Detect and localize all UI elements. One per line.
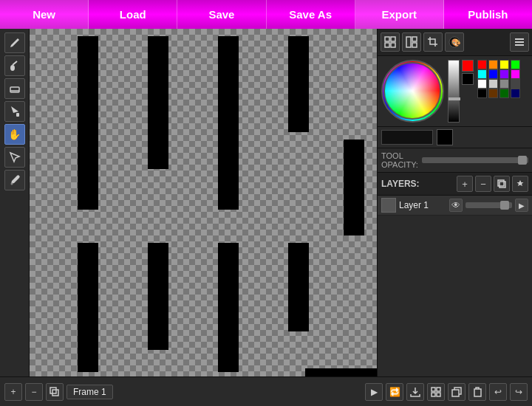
canvas-rect-0 (78, 36, 98, 210)
layer-play-btn[interactable]: ▶ (515, 199, 528, 212)
svg-rect-2 (10, 87, 19, 92)
loop-btn[interactable]: 🔁 (386, 383, 403, 401)
svg-rect-10 (406, 37, 411, 47)
settings-btn[interactable] (427, 383, 445, 401)
menu-bar: New Load Save Save As Export Publish (0, 0, 532, 29)
eyedropper-tool-btn[interactable] (4, 170, 25, 190)
right-panel: 🎨 (377, 29, 532, 376)
main-area: ✋ 🎨 (0, 29, 532, 376)
undo-btn[interactable]: ↩ (489, 383, 507, 401)
duplicate-layer-btn[interactable] (494, 176, 510, 192)
select-tool-btn[interactable] (4, 147, 25, 168)
color-swatch[interactable] (499, 69, 509, 79)
svg-rect-18 (515, 41, 524, 43)
color-swatch[interactable] (499, 89, 509, 98)
layer-name: Layer 1 (399, 200, 446, 210)
svg-rect-8 (385, 43, 389, 47)
color-swatch[interactable] (477, 89, 487, 98)
color-swatch[interactable] (511, 89, 520, 98)
active-background-color[interactable] (462, 73, 474, 85)
canvas-rect-5 (78, 243, 98, 372)
layers-header: LAYERS: + − (378, 173, 532, 196)
svg-text:🎨: 🎨 (451, 38, 460, 47)
svg-point-5 (10, 183, 13, 185)
eye-icon: 👁 (451, 200, 460, 210)
color-section (378, 56, 532, 127)
crop-icon-btn[interactable] (423, 32, 443, 52)
color-swatch[interactable] (511, 60, 520, 69)
menu-load[interactable]: Load (89, 0, 177, 29)
svg-rect-17 (515, 38, 524, 40)
paste-btn[interactable] (468, 383, 486, 401)
canvas-rect-3 (288, 36, 309, 132)
canvas-rect-1 (148, 36, 168, 169)
layers-section: LAYERS: + − Layer 1 👁 ▶ (378, 173, 532, 376)
svg-rect-26 (432, 393, 435, 396)
color-swatch[interactable] (511, 69, 520, 79)
bottom-bar: + − Frame 1 ▶ 🔁 ↩ ↪ (0, 376, 532, 406)
eraser-tool-btn[interactable] (4, 78, 25, 99)
hex-input[interactable]: 000000 (381, 130, 433, 145)
layer-opacity-slider[interactable] (466, 202, 513, 208)
svg-rect-27 (437, 393, 440, 396)
layer-thumbnail (381, 198, 396, 213)
color-swatch[interactable] (499, 60, 509, 69)
hand-tool-btn[interactable]: ✋ (4, 124, 25, 145)
svg-rect-25 (437, 388, 440, 391)
svg-rect-22 (50, 388, 56, 393)
duplicate-frame-btn[interactable] (46, 383, 64, 401)
color-swatch[interactable] (511, 79, 520, 89)
color-wheel-btn[interactable]: 🎨 (445, 32, 464, 52)
svg-rect-29 (474, 389, 481, 396)
opacity-label: TOOLOPACITY: (381, 151, 418, 169)
layer-options-btn[interactable] (512, 176, 528, 192)
layer-row[interactable]: Layer 1 👁 ▶ (378, 196, 532, 216)
color-swatch[interactable] (488, 69, 498, 79)
add-layer-btn[interactable]: + (457, 176, 473, 192)
menu-new[interactable]: New (0, 0, 89, 29)
copy-btn[interactable] (448, 383, 466, 401)
layout-icon-btn[interactable] (402, 32, 421, 52)
svg-rect-24 (432, 388, 435, 391)
svg-rect-11 (412, 37, 417, 41)
menu-publish[interactable]: Publish (444, 0, 532, 29)
canvas-area[interactable] (30, 29, 377, 376)
color-swatch[interactable] (488, 60, 498, 69)
grid-icon-btn[interactable] (381, 32, 400, 52)
remove-layer-btn[interactable]: − (475, 176, 491, 192)
layers-label: LAYERS: (381, 179, 420, 189)
menu-export[interactable]: Export (355, 0, 444, 29)
svg-rect-12 (412, 43, 417, 47)
menu-save[interactable]: Save (177, 0, 266, 29)
active-foreground-color[interactable] (462, 60, 474, 72)
play-btn[interactable]: ▶ (365, 383, 383, 401)
brightness-slider[interactable] (448, 60, 460, 123)
color-swatch[interactable] (488, 89, 498, 98)
pencil-tool-btn[interactable] (4, 32, 25, 53)
menu-dots-btn[interactable] (510, 32, 529, 52)
add-frame-btn[interactable]: + (4, 383, 22, 401)
color-sliders (448, 60, 474, 123)
layer-visibility-btn[interactable]: 👁 (449, 199, 463, 212)
export-btn[interactable] (406, 383, 424, 401)
right-icons-row: 🎨 (378, 29, 532, 56)
color-swatch[interactable] (477, 79, 487, 89)
svg-rect-28 (452, 390, 459, 396)
color-swatch[interactable] (477, 69, 487, 79)
color-swatch[interactable] (488, 79, 498, 89)
color-swatch[interactable] (477, 60, 487, 69)
fill-tool-btn[interactable] (4, 101, 25, 122)
canvas-rect-9 (305, 368, 377, 376)
opacity-slider[interactable] (422, 157, 528, 163)
color-wheel-container[interactable] (381, 60, 444, 123)
layer-opacity-handle (500, 201, 509, 210)
color-swatch[interactable] (499, 79, 509, 89)
remove-frame-btn[interactable]: − (25, 383, 43, 401)
frame-label: Frame 1 (66, 385, 113, 399)
redo-btn[interactable]: ↪ (510, 383, 528, 401)
canvas-rect-7 (218, 243, 239, 372)
active-color-swatch[interactable] (437, 129, 453, 145)
brush-tool-btn[interactable] (4, 55, 25, 76)
svg-rect-4 (16, 113, 19, 117)
menu-save-as[interactable]: Save As (267, 0, 355, 29)
